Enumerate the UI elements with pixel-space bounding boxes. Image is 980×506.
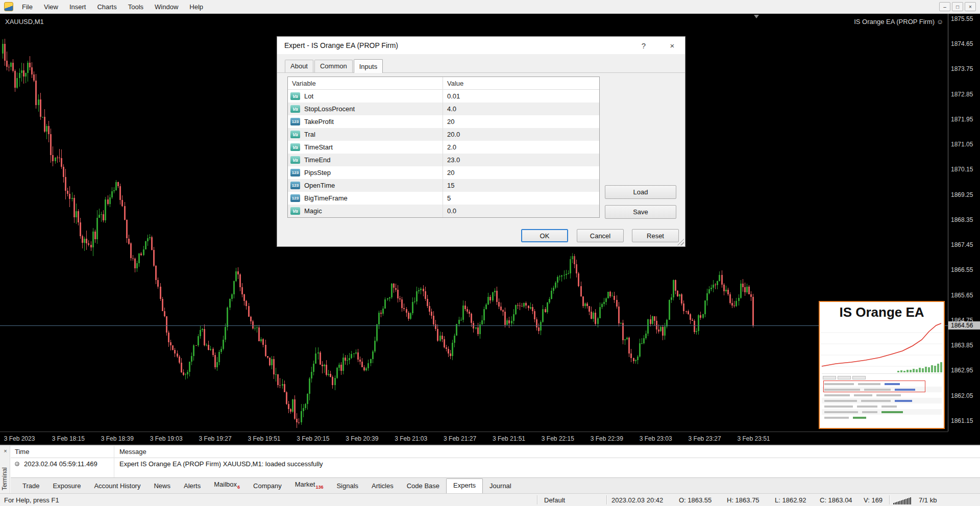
- menu-view[interactable]: View: [38, 1, 64, 13]
- tab-label: Experts: [453, 482, 476, 489]
- variable-type-icon: Va: [290, 143, 300, 151]
- input-row-opentime[interactable]: 123OpenTime15: [288, 179, 599, 192]
- variable-cell: VaTral: [288, 128, 443, 141]
- column-header-time[interactable]: Time: [15, 448, 29, 456]
- variable-name: OpenTime: [304, 182, 335, 189]
- input-row-lot[interactable]: VaLot0.01: [288, 90, 599, 103]
- price-scale-label: 1862.95: [951, 367, 973, 374]
- dialog-tab-common[interactable]: Common: [314, 60, 353, 72]
- terminal-tab-exposure[interactable]: Exposure: [46, 479, 87, 493]
- variable-value[interactable]: 5: [443, 194, 451, 202]
- variable-cell: VaMagic: [288, 205, 443, 217]
- terminal-tab-company[interactable]: Company: [247, 479, 288, 493]
- status-low: L: 1862.92: [775, 496, 806, 504]
- chart-close-button[interactable]: ×: [965, 2, 976, 11]
- time-axis-label: 3 Feb 23:27: [689, 435, 721, 442]
- variable-type-icon: Va: [290, 207, 300, 215]
- menu-file[interactable]: File: [16, 1, 38, 13]
- input-row-takeprofit[interactable]: 123TakeProfit20: [288, 115, 599, 128]
- status-profile[interactable]: Default: [544, 496, 565, 504]
- input-row-timeend[interactable]: VaTimeEnd23.0: [288, 154, 599, 166]
- column-header-message[interactable]: Message: [119, 448, 146, 456]
- menu-insert[interactable]: Insert: [64, 1, 92, 13]
- variable-value[interactable]: 0.01: [443, 92, 460, 100]
- variable-value[interactable]: 4.0: [443, 105, 456, 113]
- menu-charts[interactable]: Charts: [91, 1, 122, 13]
- terminal-tab-account-history[interactable]: Account History: [87, 479, 147, 493]
- terminal-vertical-label: Terminal: [1, 467, 8, 490]
- terminal-tab-market[interactable]: Market136: [288, 478, 330, 493]
- dialog-tab-inputs[interactable]: Inputs: [354, 59, 383, 73]
- load-button[interactable]: Load: [605, 185, 676, 199]
- mt4-window: FileViewInsertChartsToolsWindowHelp – □ …: [0, 0, 980, 506]
- variable-value[interactable]: 15: [443, 182, 454, 189]
- menu-tools[interactable]: Tools: [122, 1, 149, 13]
- dialog-tab-about[interactable]: About: [285, 60, 313, 72]
- input-row-bigtimeframe[interactable]: 123BigTimeFrame5: [288, 192, 599, 205]
- input-row-stoplossprocent[interactable]: VaStopLossProcent4.0: [288, 103, 599, 115]
- column-header-value[interactable]: Value: [443, 77, 463, 89]
- variable-cell: 123TakeProfit: [288, 115, 443, 128]
- save-button[interactable]: Save: [605, 205, 676, 219]
- time-axis-label: 3 Feb 23:03: [640, 435, 672, 442]
- variable-value[interactable]: 23.0: [443, 156, 460, 164]
- tab-badge: 136: [315, 485, 323, 490]
- price-scale-label: 1870.15: [951, 166, 973, 173]
- terminal-tab-experts[interactable]: Experts: [446, 478, 483, 493]
- cancel-button[interactable]: Cancel: [577, 229, 624, 242]
- bid-price-tag: 1864.56: [948, 321, 980, 330]
- terminal-close-button[interactable]: ×: [2, 447, 9, 454]
- ok-button[interactable]: OK: [521, 229, 568, 242]
- variable-value[interactable]: 0.0: [443, 207, 456, 215]
- variable-value[interactable]: 20: [443, 118, 454, 125]
- variable-cell: VaLot: [288, 90, 443, 103]
- dialog-close-button[interactable]: ×: [665, 39, 680, 52]
- dialog-help-button[interactable]: ?: [636, 39, 651, 52]
- terminal-tab-mailbox[interactable]: Mailbox6: [207, 478, 247, 493]
- time-axis-label: 3 Feb 22:15: [542, 435, 574, 442]
- terminal-tab-alerts[interactable]: Alerts: [177, 479, 207, 493]
- terminal-tab-signals[interactable]: Signals: [330, 479, 365, 493]
- terminal-tab-news[interactable]: News: [147, 479, 177, 493]
- variable-type-icon: 123: [290, 182, 300, 189]
- terminal-tab-articles[interactable]: Articles: [365, 479, 400, 493]
- inputs-table-body: VaLot0.01VaStopLossProcent4.0123TakeProf…: [288, 90, 599, 217]
- terminal-tab-trade[interactable]: Trade: [16, 479, 46, 493]
- input-row-magic[interactable]: VaMagic0.0: [288, 205, 599, 217]
- chart-minimize-button[interactable]: –: [939, 2, 950, 11]
- log-message: Expert IS Orange EA (PROP Firm) XAUUSD,M…: [119, 460, 323, 468]
- variable-cell: VaTimeStart: [288, 141, 443, 154]
- menu-window[interactable]: Window: [149, 1, 184, 13]
- chart-shift-marker[interactable]: [754, 15, 759, 18]
- terminal-content: Time Message 2023.02.04 05:59:11.469Expe…: [11, 446, 980, 493]
- time-axis-label: 3 Feb 19:27: [199, 435, 232, 442]
- column-header-variable[interactable]: Variable: [288, 77, 443, 89]
- reset-button[interactable]: Reset: [632, 229, 679, 242]
- variable-type-icon: 123: [290, 118, 300, 125]
- status-datetime: 2023.02.03 20:42: [611, 496, 663, 504]
- variable-value[interactable]: 2.0: [443, 143, 456, 151]
- price-scale-label: 1861.15: [951, 417, 973, 424]
- input-row-timestart[interactable]: VaTimeStart2.0: [288, 141, 599, 154]
- variable-cell: VaStopLossProcent: [288, 103, 443, 115]
- chart-restore-button[interactable]: □: [952, 2, 963, 11]
- menu-help[interactable]: Help: [184, 1, 209, 13]
- status-traffic: 7/1 kb: [919, 496, 937, 504]
- time-axis[interactable]: 3 Feb 20233 Feb 18:153 Feb 18:393 Feb 19…: [0, 432, 948, 445]
- status-bar: For Help, press F1 Default 2023.02.03 20…: [0, 493, 980, 506]
- log-entry[interactable]: 2023.02.04 05:59:11.469Expert IS Orange …: [11, 458, 980, 470]
- input-row-tral[interactable]: VaTral20.0: [288, 128, 599, 141]
- variable-value[interactable]: 20: [443, 169, 454, 176]
- terminal-tab-code-base[interactable]: Code Base: [400, 479, 446, 493]
- price-scale[interactable]: 1875.551874.651873.751872.851871.951871.…: [948, 14, 980, 432]
- time-axis-label: 3 Feb 2023: [4, 435, 35, 442]
- tab-badge: 6: [237, 485, 240, 490]
- variable-name: PipsStep: [304, 169, 331, 176]
- variable-name: Magic: [304, 207, 322, 215]
- tab-label: Signals: [336, 482, 358, 490]
- terminal-tabs: TradeExposureAccount HistoryNewsAlertsMa…: [11, 477, 980, 493]
- variable-value[interactable]: 20.0: [443, 131, 460, 138]
- dialog-title-bar[interactable]: Expert - IS Orange EA (PROP Firm) ? ×: [277, 37, 685, 54]
- terminal-tab-journal[interactable]: Journal: [483, 479, 518, 493]
- input-row-pipsstep[interactable]: 123PipsStep20: [288, 166, 599, 179]
